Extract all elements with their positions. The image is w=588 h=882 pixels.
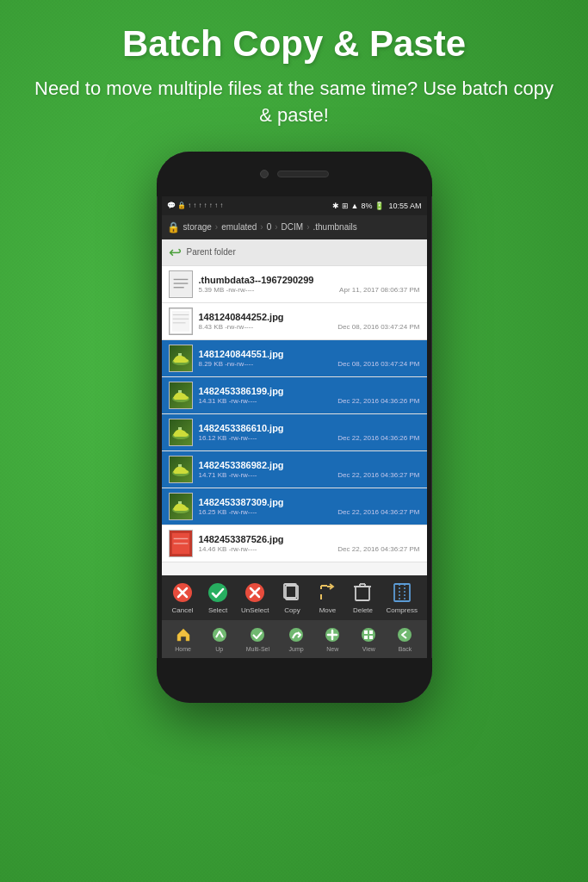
table-row[interactable]: 1482453386982.jpg 14.71 KB -rw-rw---- De…	[162, 451, 427, 488]
multisel-button[interactable]: Multi-Sel	[246, 625, 269, 652]
copy-icon	[280, 581, 304, 605]
signal-icon: ▲	[351, 202, 359, 210]
svg-rect-5	[171, 311, 189, 332]
phone-camera	[260, 170, 269, 178]
file-info: 1482453387526.jpg 14.46 KB -rw-rw---- De…	[199, 534, 420, 553]
file-meta: 14.31 KB -rw-rw---- Dec 22, 2016 04:36:2…	[199, 397, 420, 405]
bluetooth-icon: ✱	[332, 202, 339, 210]
file-icon-image	[169, 493, 193, 520]
up-icon	[210, 625, 229, 644]
select-icon	[206, 581, 230, 605]
svg-rect-31	[356, 587, 369, 600]
file-name: 1481240844252.jpg	[199, 312, 420, 322]
svg-point-39	[213, 628, 226, 642]
main-title: Batch Copy & Paste	[34, 24, 554, 64]
table-row[interactable]: 1482453387309.jpg 16.25 KB -rw-rw---- De…	[162, 488, 427, 525]
new-label: New	[326, 646, 338, 652]
cancel-icon	[170, 581, 195, 605]
home-label: Home	[175, 646, 191, 652]
file-list: ↩ Parent folder .thumbdata3--1967290299 …	[162, 239, 427, 575]
table-row[interactable]: 1482453386199.jpg 14.31 KB -rw-rw---- De…	[162, 377, 427, 414]
cancel-button[interactable]: Cancel	[170, 581, 195, 614]
compress-icon	[390, 581, 414, 605]
time-display: 10:55 AM	[388, 202, 421, 210]
file-icon-jpg	[169, 307, 193, 335]
svg-rect-48	[364, 636, 368, 639]
nav-bar: Home Up Multi-Sel	[162, 620, 427, 658]
unselect-label: UnSelect	[241, 606, 269, 614]
back-arrow-icon: ↩	[169, 243, 182, 262]
file-info: 1481240844551.jpg 8.29 KB -rw-rw---- Dec…	[199, 349, 420, 368]
breadcrumb-dcim[interactable]: DCIM	[282, 222, 304, 232]
home-icon	[174, 625, 193, 644]
battery-icon: 🔋	[374, 202, 384, 210]
status-bar: 💬 🔒 ↑ ↑ ↑ ↑ ↑ ↑ ↑ ✱ ⊞ ▲ 8% 🔋 10:55 AM	[162, 196, 427, 215]
new-icon	[323, 625, 342, 644]
up-button[interactable]: Up	[210, 625, 229, 652]
breadcrumb-storage[interactable]: storage	[183, 222, 212, 232]
file-meta: 16.12 KB -rw-rw---- Dec 22, 2016 04:36:2…	[199, 434, 420, 442]
file-info: .thumbdata3--1967290299 5.39 MB -rw-rw--…	[199, 275, 420, 294]
file-icon-image	[169, 345, 193, 372]
select-button[interactable]: Select	[206, 581, 230, 614]
header-section: Batch Copy & Paste Need to move multiple…	[0, 0, 588, 145]
file-meta: 5.39 MB -rw-rw---- Apr 11, 2017 08:06:37…	[199, 286, 420, 294]
parent-folder-row[interactable]: ↩ Parent folder	[162, 239, 427, 266]
multisel-label: Multi-Sel	[246, 646, 269, 652]
battery-percent: 8%	[361, 202, 372, 210]
home-button[interactable]: Home	[174, 625, 193, 652]
copy-button[interactable]: Copy	[280, 581, 304, 614]
file-name: 1482453387309.jpg	[199, 497, 420, 507]
view-icon	[359, 625, 378, 644]
file-name: 1481240844551.jpg	[199, 349, 420, 359]
cancel-label: Cancel	[172, 606, 194, 614]
svg-point-21	[208, 583, 227, 602]
view-button[interactable]: View	[359, 625, 378, 652]
move-button[interactable]: Move	[315, 581, 339, 614]
table-row[interactable]: .thumbdata3--1967290299 5.39 MB -rw-rw--…	[162, 266, 427, 303]
table-row[interactable]: 1481240844252.jpg 8.43 KB -rw-rw---- Dec…	[162, 303, 427, 340]
subtitle: Need to move multiple files at the same …	[34, 76, 554, 129]
svg-rect-0	[170, 271, 192, 297]
table-row[interactable]: 1481240844551.jpg 8.29 KB -rw-rw---- Dec…	[162, 340, 427, 377]
phone-top-bar	[157, 152, 432, 196]
phone-screen: 💬 🔒 ↑ ↑ ↑ ↑ ↑ ↑ ↑ ✱ ⊞ ▲ 8% 🔋 10:55 AM 🔒 …	[162, 196, 427, 658]
breadcrumb-emulated[interactable]: emulated	[221, 222, 257, 232]
parent-folder-label: Parent folder	[187, 247, 236, 257]
status-icons-left: 💬 🔒 ↑ ↑ ↑ ↑ ↑ ↑ ↑	[167, 202, 224, 209]
unselect-button[interactable]: UnSelect	[241, 581, 269, 614]
svg-rect-49	[369, 636, 373, 639]
phone-device: 💬 🔒 ↑ ↑ ↑ ↑ ↑ ↑ ↑ ✱ ⊞ ▲ 8% 🔋 10:55 AM 🔒 …	[157, 152, 432, 703]
multisel-icon	[248, 625, 267, 644]
breadcrumb-bar: 🔒 storage › emulated › 0 › DCIM › .thumb…	[162, 215, 427, 239]
back-icon	[395, 625, 414, 644]
delete-button[interactable]: Delete	[350, 581, 374, 614]
file-info: 1482453387309.jpg 16.25 KB -rw-rw---- De…	[199, 497, 420, 516]
file-info: 1482453386199.jpg 14.31 KB -rw-rw---- De…	[199, 386, 420, 405]
file-meta: 8.43 KB -rw-rw---- Dec 08, 2016 03:47:24…	[199, 323, 420, 331]
breadcrumb-thumbnails[interactable]: .thumbnails	[313, 222, 357, 232]
lock-icon: 🔒	[167, 221, 180, 233]
jump-button[interactable]: Jump	[287, 625, 306, 652]
jump-icon	[287, 625, 306, 644]
svg-rect-47	[369, 630, 373, 634]
select-label: Select	[208, 606, 227, 614]
table-row[interactable]: 1482453387526.jpg 14.46 KB -rw-rw---- De…	[162, 525, 427, 562]
file-meta: 16.25 KB -rw-rw---- Dec 22, 2016 04:36:2…	[199, 508, 420, 516]
file-info: 1482453386982.jpg 14.71 KB -rw-rw---- De…	[199, 460, 420, 479]
table-row[interactable]: 1482453386610.jpg 16.12 KB -rw-rw---- De…	[162, 414, 427, 451]
new-button[interactable]: New	[323, 625, 342, 652]
file-icon-text	[169, 270, 193, 298]
file-name: 1482453386982.jpg	[199, 460, 420, 470]
copy-label: Copy	[284, 606, 300, 614]
file-icon-image	[169, 419, 193, 446]
move-icon	[315, 581, 339, 605]
breadcrumb-0[interactable]: 0	[267, 222, 272, 232]
phone-wrapper: 💬 🔒 ↑ ↑ ↑ ↑ ↑ ↑ ↑ ✱ ⊞ ▲ 8% 🔋 10:55 AM 🔒 …	[0, 152, 588, 703]
bottom-action-bar: Cancel Select UnSelect	[162, 575, 427, 620]
file-info: 1481240844252.jpg 8.43 KB -rw-rw---- Dec…	[199, 312, 420, 331]
status-icons-right: ✱ ⊞ ▲ 8% 🔋 10:55 AM	[332, 202, 422, 210]
compress-button[interactable]: Compress	[386, 581, 417, 614]
file-icon-image	[169, 382, 193, 409]
back-button[interactable]: Back	[395, 625, 414, 652]
